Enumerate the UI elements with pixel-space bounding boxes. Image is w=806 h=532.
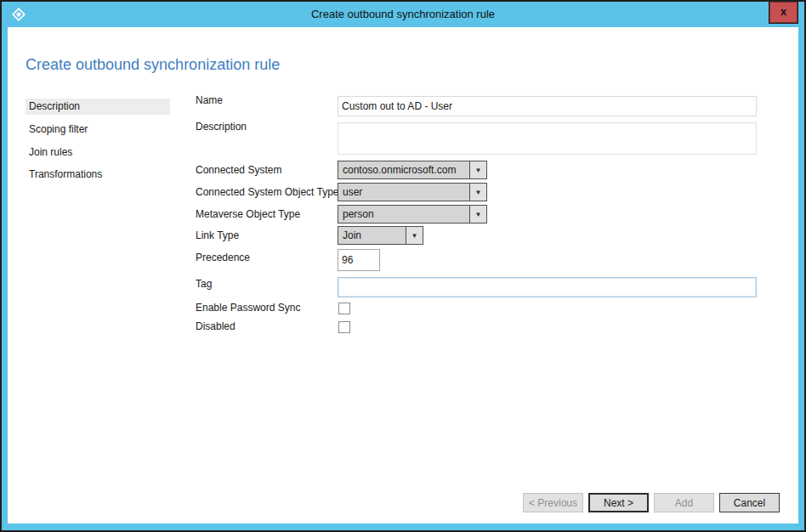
tag-input[interactable] [338, 277, 757, 297]
close-button[interactable]: x [769, 2, 797, 23]
connected-system-object-type-value: user [338, 184, 469, 201]
metaverse-object-type-label: Metaverse Object Type [196, 208, 300, 220]
link-type-value: Join [338, 227, 406, 244]
chevron-down-icon[interactable]: ▼ [469, 184, 486, 201]
disabled-checkbox[interactable] [338, 321, 350, 333]
name-input[interactable] [338, 96, 757, 116]
connected-system-object-type-dropdown[interactable]: user ▼ [338, 183, 487, 201]
chevron-down-icon[interactable]: ▼ [469, 206, 486, 223]
next-button[interactable]: Next > [588, 493, 649, 512]
dialog-window: Create outbound synchronization rule x C… [0, 0, 806, 532]
window-title: Create outbound synchronization rule [0, 2, 806, 27]
enable-password-sync-label: Enable Password Sync [196, 302, 300, 314]
description-label: Description [196, 121, 247, 133]
enable-password-sync-checkbox[interactable] [338, 303, 350, 314]
disabled-label: Disabled [196, 320, 236, 332]
page-title: Create outbound synchronization rule [26, 56, 280, 74]
sidebar-item-join-rules[interactable]: Join rules [26, 144, 170, 161]
description-input[interactable] [338, 122, 757, 155]
tag-label: Tag [196, 278, 212, 290]
connected-system-label: Connected System [196, 164, 281, 176]
connected-system-object-type-label: Connected System Object Type [196, 186, 339, 198]
chevron-down-icon[interactable]: ▼ [406, 227, 423, 244]
connected-system-value: contoso.onmicrosoft.com [338, 161, 469, 178]
name-label: Name [196, 94, 223, 106]
sidebar-item-transformations[interactable]: Transformations [26, 167, 170, 183]
precedence-input[interactable] [338, 249, 380, 271]
chevron-down-icon[interactable]: ▼ [469, 161, 486, 178]
precedence-label: Precedence [196, 252, 250, 263]
cancel-button[interactable]: Cancel [719, 493, 780, 512]
sidebar-item-description[interactable]: Description [26, 99, 170, 115]
previous-button[interactable]: < Previous [523, 493, 583, 512]
connected-system-dropdown[interactable]: contoso.onmicrosoft.com ▼ [338, 161, 487, 179]
link-type-label: Link Type [196, 229, 239, 241]
link-type-dropdown[interactable]: Join ▼ [338, 226, 423, 245]
metaverse-object-type-value: person [338, 206, 469, 223]
metaverse-object-type-dropdown[interactable]: person ▼ [338, 205, 487, 224]
sidebar-item-scoping-filter[interactable]: Scoping filter [26, 122, 170, 138]
add-button[interactable]: Add [654, 493, 714, 512]
sync-rules-diamond-icon [11, 7, 26, 22]
